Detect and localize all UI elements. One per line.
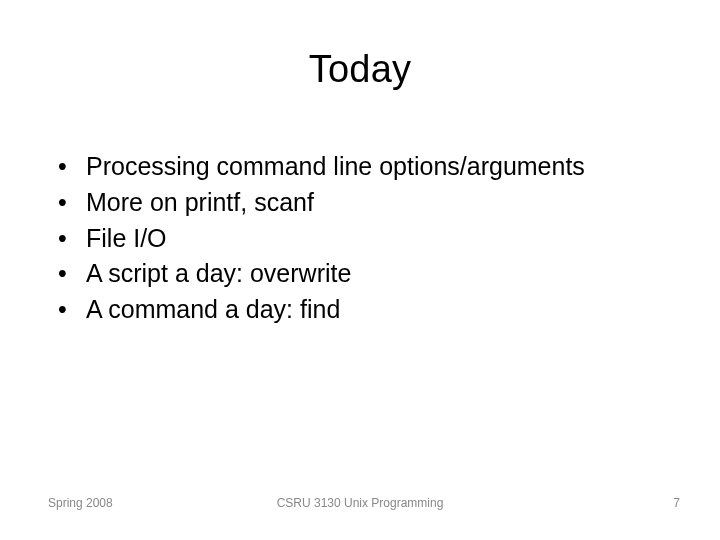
list-item: A command a day: find xyxy=(58,293,660,327)
list-item: More on printf, scanf xyxy=(58,186,660,220)
slide-body: Processing command line options/argument… xyxy=(58,150,660,329)
list-item: A script a day: overwrite xyxy=(58,257,660,291)
slide-footer: Spring 2008 CSRU 3130 Unix Programming 7 xyxy=(0,490,720,510)
list-item: File I/O xyxy=(58,222,660,256)
footer-page-number: 7 xyxy=(673,496,680,510)
slide-title: Today xyxy=(0,48,720,91)
list-item: Processing command line options/argument… xyxy=(58,150,660,184)
slide: Today Processing command line options/ar… xyxy=(0,0,720,540)
bullet-list: Processing command line options/argument… xyxy=(58,150,660,327)
footer-course: CSRU 3130 Unix Programming xyxy=(0,496,720,510)
